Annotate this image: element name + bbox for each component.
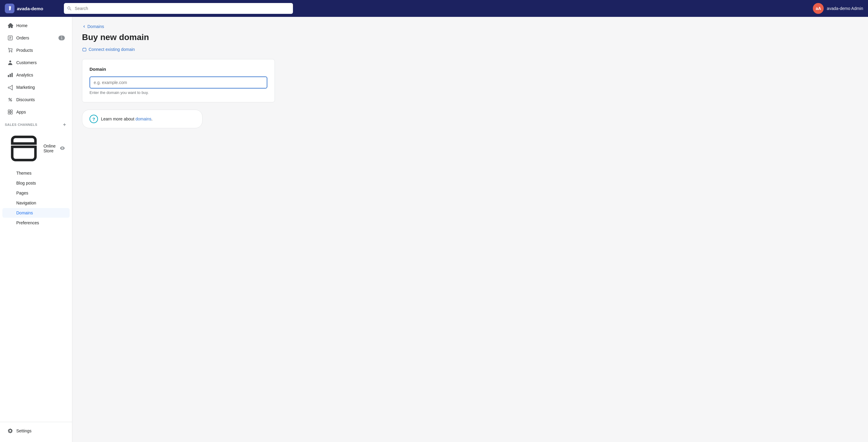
app-body: Home Orders 1 Products Customers Ana [0, 17, 868, 442]
breadcrumb-label: Domains [87, 24, 104, 29]
sidebar-apps-label: Apps [16, 110, 26, 114]
sidebar-subitem-pages[interactable]: Pages [2, 188, 70, 198]
sidebar-item-products[interactable]: Products [2, 44, 70, 56]
svg-point-2 [10, 100, 12, 101]
search-icon [67, 6, 72, 11]
svg-point-1 [9, 98, 10, 99]
sidebar-subitem-blog-posts[interactable]: Blog posts [2, 178, 70, 188]
orders-badge: 1 [59, 36, 65, 40]
search-input[interactable] [64, 3, 293, 14]
sidebar-subitem-navigation[interactable]: Navigation [2, 198, 70, 208]
online-store-eye-button[interactable] [60, 146, 65, 151]
domain-card-title: Domain [90, 67, 267, 72]
sidebar-item-customers[interactable]: Customers [2, 57, 70, 69]
sidebar-item-settings[interactable]: Settings [2, 425, 70, 437]
sidebar-analytics-label: Analytics [16, 73, 33, 77]
sidebar-item-marketing[interactable]: Marketing [2, 81, 70, 93]
sales-channels-header: SALES CHANNELS [0, 118, 72, 129]
sidebar-bottom: Settings [0, 422, 72, 442]
svg-rect-7 [83, 48, 86, 51]
sidebar-subitem-preferences[interactable]: Preferences [2, 218, 70, 228]
domain-hint: Enter the domain you want to buy. [90, 90, 267, 95]
connect-label: Connect existing domain [89, 47, 135, 52]
brand-name: avada-demo [17, 6, 43, 11]
svg-rect-5 [8, 112, 10, 114]
question-icon: ? [90, 115, 98, 123]
brand[interactable]: avada-demo [5, 4, 59, 13]
domains-link[interactable]: domains [135, 116, 151, 121]
connect-existing-link[interactable]: Connect existing domain [82, 47, 858, 52]
sidebar-item-orders[interactable]: Orders 1 [2, 32, 70, 44]
add-sales-channel-button[interactable] [62, 122, 67, 127]
sidebar-subitem-themes[interactable]: Themes [2, 168, 70, 178]
svg-rect-6 [10, 112, 12, 114]
sidebar-item-analytics[interactable]: Analytics [2, 69, 70, 81]
sidebar-item-online-store[interactable]: Online Store [2, 129, 70, 168]
svg-rect-3 [8, 110, 10, 112]
sidebar-item-discounts[interactable]: Discounts [2, 94, 70, 106]
sidebar-nav: Home Orders 1 Products Customers Ana [0, 17, 72, 422]
svg-rect-4 [10, 110, 12, 112]
sidebar-products-label: Products [16, 48, 33, 53]
page-title: Buy new domain [82, 33, 858, 42]
domain-input[interactable] [90, 76, 267, 89]
topnav-right: aA avada-demo Admin [813, 3, 863, 14]
topnav: avada-demo aA avada-demo Admin [0, 0, 868, 17]
sidebar-orders-label: Orders [16, 36, 29, 40]
settings-label: Settings [16, 429, 32, 433]
avatar[interactable]: aA [813, 3, 824, 14]
shopify-logo [5, 4, 14, 13]
domain-card: Domain Enter the domain you want to buy. [82, 59, 275, 102]
learn-more-box: ? Learn more about domains. [82, 110, 203, 128]
breadcrumb[interactable]: Domains [82, 24, 858, 29]
sidebar-customers-label: Customers [16, 60, 37, 65]
sidebar: Home Orders 1 Products Customers Ana [0, 17, 72, 442]
sidebar-item-apps[interactable]: Apps [2, 106, 70, 118]
online-store-label: Online Store [43, 144, 57, 153]
sidebar-item-home[interactable]: Home [2, 20, 70, 32]
sidebar-subitem-domains[interactable]: Domains [2, 208, 70, 218]
sidebar-home-label: Home [16, 23, 27, 28]
username-label: avada-demo Admin [827, 6, 863, 11]
sidebar-marketing-label: Marketing [16, 85, 35, 90]
main-content: Domains Buy new domain Connect existing … [72, 17, 868, 442]
learn-more-text: Learn more about domains. [101, 116, 153, 121]
search-container [64, 3, 293, 14]
sidebar-discounts-label: Discounts [16, 97, 35, 102]
